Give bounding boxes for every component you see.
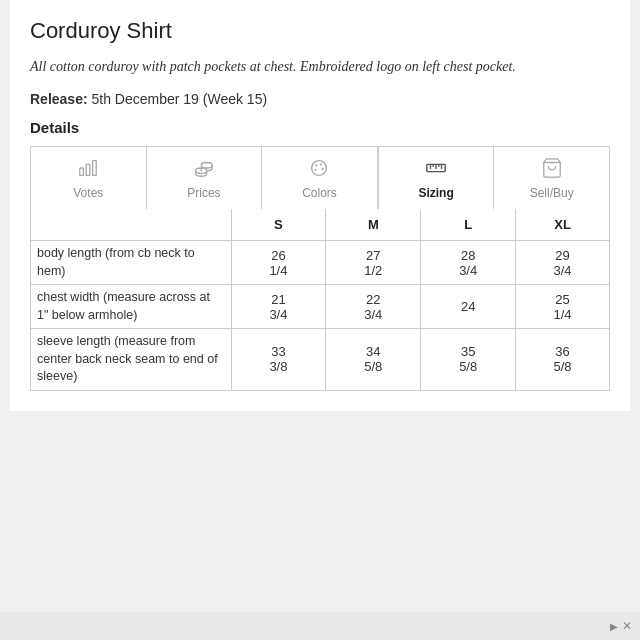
svg-rect-0 bbox=[80, 168, 84, 175]
col-header-m: M bbox=[326, 209, 421, 241]
svg-rect-1 bbox=[86, 164, 90, 175]
product-title: Corduroy Shirt bbox=[30, 18, 610, 44]
product-description: All cotton corduroy with patch pockets a… bbox=[30, 56, 610, 77]
svg-point-4 bbox=[201, 163, 212, 169]
table-row: sleeve length (measure from center back … bbox=[31, 329, 609, 390]
sizing-table: S M L XL body length (from cb neck to he… bbox=[31, 209, 609, 390]
row-2-l: 24 bbox=[421, 285, 516, 329]
row-3-l: 35 5/8 bbox=[421, 329, 516, 390]
bottom-bar: ▶ ✕ bbox=[0, 612, 640, 640]
tab-sellbuy-label: Sell/Buy bbox=[530, 186, 574, 200]
ad-label: ▶ bbox=[610, 621, 618, 632]
coins-icon bbox=[193, 157, 215, 182]
row-1-m: 27 1/2 bbox=[326, 241, 421, 285]
svg-point-9 bbox=[315, 169, 317, 171]
details-heading: Details bbox=[30, 119, 610, 136]
ruler-icon bbox=[425, 157, 447, 182]
row-1-xl: 29 3/4 bbox=[516, 241, 609, 285]
release-info: Release: 5th December 19 (Week 15) bbox=[30, 91, 610, 107]
svg-point-7 bbox=[320, 163, 322, 165]
col-header-label bbox=[31, 209, 231, 241]
row-1-s: 26 1/4 bbox=[231, 241, 326, 285]
release-value: 5th December 19 (Week 15) bbox=[91, 91, 267, 107]
cart-icon bbox=[541, 157, 563, 182]
table-header-row: S M L XL bbox=[31, 209, 609, 241]
svg-point-8 bbox=[322, 168, 324, 170]
row-1-l: 28 3/4 bbox=[421, 241, 516, 285]
release-label: Release: bbox=[30, 91, 88, 107]
table-row: body length (from cb neck to hem) 26 1/4… bbox=[31, 241, 609, 285]
row-2-s: 21 3/4 bbox=[231, 285, 326, 329]
palette-icon bbox=[308, 157, 330, 182]
row-3-xl: 36 5/8 bbox=[516, 329, 609, 390]
svg-point-5 bbox=[312, 161, 327, 176]
row-2-label: chest width (measure across at 1" below … bbox=[31, 285, 231, 329]
row-3-m: 34 5/8 bbox=[326, 329, 421, 390]
svg-point-6 bbox=[316, 164, 318, 166]
tab-votes-label: Votes bbox=[73, 186, 103, 200]
tab-colors-label: Colors bbox=[302, 186, 337, 200]
tab-sellbuy[interactable]: Sell/Buy bbox=[494, 147, 609, 209]
table-body: body length (from cb neck to hem) 26 1/4… bbox=[31, 241, 609, 390]
tab-sizing-label: Sizing bbox=[418, 186, 453, 200]
row-2-m: 22 3/4 bbox=[326, 285, 421, 329]
tabs: Votes Prices bbox=[30, 146, 610, 209]
row-3-s: 33 3/8 bbox=[231, 329, 326, 390]
tab-colors[interactable]: Colors bbox=[262, 147, 378, 209]
col-header-xl: XL bbox=[516, 209, 609, 241]
col-header-l: L bbox=[421, 209, 516, 241]
tab-votes[interactable]: Votes bbox=[31, 147, 147, 209]
tab-sizing[interactable]: Sizing bbox=[378, 147, 495, 210]
col-header-s: S bbox=[231, 209, 326, 241]
row-2-xl: 25 1/4 bbox=[516, 285, 609, 329]
row-3-label: sleeve length (measure from center back … bbox=[31, 329, 231, 390]
sizing-content: S M L XL body length (from cb neck to he… bbox=[30, 209, 610, 391]
bar-chart-icon bbox=[77, 157, 99, 182]
table-row: chest width (measure across at 1" below … bbox=[31, 285, 609, 329]
product-card: Corduroy Shirt All cotton corduroy with … bbox=[10, 0, 630, 411]
svg-rect-2 bbox=[93, 161, 97, 176]
tab-prices-label: Prices bbox=[187, 186, 220, 200]
close-ad-button[interactable]: ✕ bbox=[622, 619, 632, 634]
row-1-label: body length (from cb neck to hem) bbox=[31, 241, 231, 285]
tab-prices[interactable]: Prices bbox=[147, 147, 263, 209]
